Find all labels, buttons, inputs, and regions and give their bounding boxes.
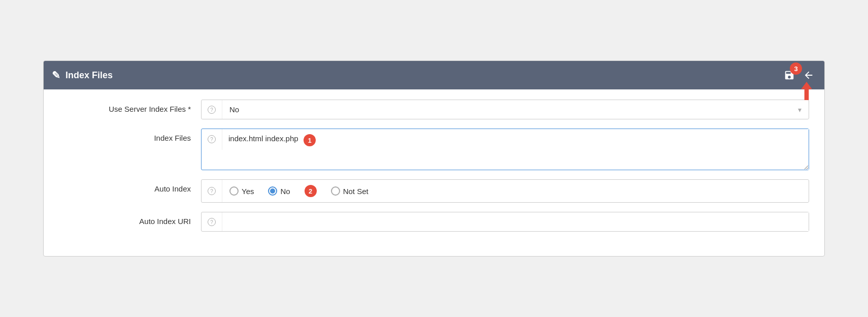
use-server-index-files-label: Use Server Index Files * [59, 100, 201, 113]
radio-yes-label: Yes [242, 187, 254, 196]
badge-1: 1 [304, 134, 316, 146]
radio-not-set-label: Not Set [343, 187, 369, 196]
index-files-label: Index Files [59, 129, 201, 142]
auto-index-field: ? Yes No 2 [201, 179, 809, 203]
radio-not-set[interactable]: Not Set [331, 186, 369, 196]
index-files-panel: ✎ Index Files 3 U [43, 60, 825, 257]
index-files-help[interactable]: ? [202, 129, 222, 150]
index-files-row: Index Files ? index.html index.php 1 [59, 129, 809, 170]
chevron-down-icon: ▾ [791, 101, 809, 119]
use-server-index-files-help[interactable]: ? [202, 100, 222, 119]
badge-3: 3 [790, 62, 802, 75]
radio-yes-circle [229, 186, 239, 196]
svg-text:?: ? [210, 107, 213, 113]
svg-text:?: ? [210, 219, 213, 225]
auto-index-uri-label: Auto Index URI [59, 212, 201, 226]
panel-title-area: ✎ Index Files [52, 69, 113, 81]
svg-text:?: ? [210, 188, 213, 194]
auto-index-uri-field: ? [201, 212, 809, 232]
auto-index-radio-group: Yes No 2 Not Set [222, 180, 809, 202]
index-files-field: ? index.html index.php 1 [201, 129, 809, 170]
radio-no-circle [268, 186, 277, 196]
auto-index-label: Auto Index [59, 179, 201, 193]
radio-yes[interactable]: Yes [229, 186, 254, 196]
auto-index-uri-help[interactable]: ? [202, 212, 222, 231]
panel-body: Use Server Index Files * ? No ▾ Index Fi… [44, 89, 824, 256]
radio-not-set-circle [331, 186, 340, 196]
svg-text:?: ? [210, 137, 213, 142]
auto-index-row: Auto Index ? Yes [59, 179, 809, 203]
radio-no-dot [270, 188, 275, 194]
use-server-index-files-row: Use Server Index Files * ? No ▾ [59, 100, 809, 119]
auto-index-help[interactable]: ? [202, 180, 222, 202]
auto-index-uri-row: Auto Index URI ? [59, 212, 809, 232]
panel-header: ✎ Index Files 3 [44, 61, 824, 89]
badge-2: 2 [305, 185, 317, 197]
back-button[interactable] [801, 68, 816, 83]
panel-header-actions: 3 [782, 68, 816, 83]
auto-index-uri-input[interactable] [222, 212, 809, 231]
radio-no[interactable]: No [268, 186, 290, 196]
select-value: No [222, 100, 791, 119]
edit-icon: ✎ [52, 69, 60, 81]
use-server-index-files-select[interactable]: No ▾ [222, 100, 809, 119]
radio-no-label: No [280, 187, 290, 196]
panel-title: Index Files [65, 70, 113, 81]
use-server-index-files-field: ? No ▾ [201, 100, 809, 119]
